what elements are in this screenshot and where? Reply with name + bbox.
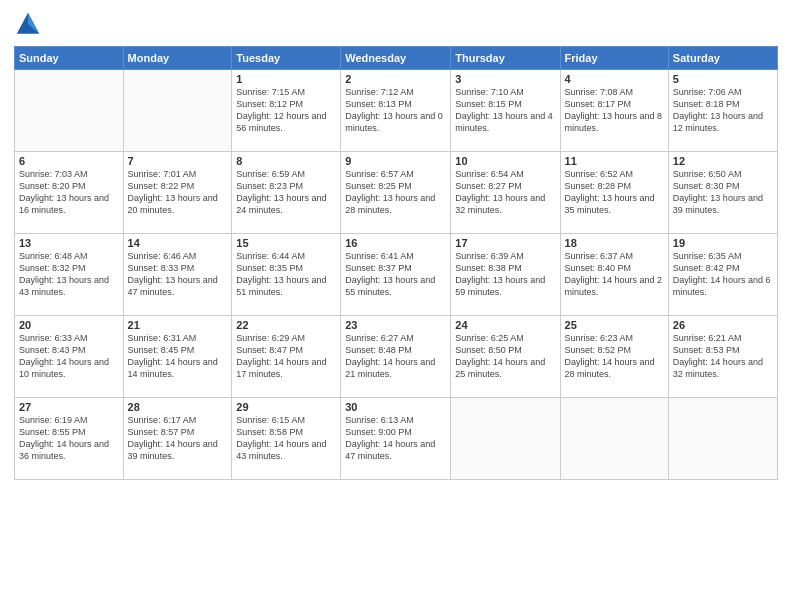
calendar-cell: 11Sunrise: 6:52 AM Sunset: 8:28 PM Dayli…	[560, 152, 668, 234]
calendar-cell: 2Sunrise: 7:12 AM Sunset: 8:13 PM Daylig…	[341, 70, 451, 152]
calendar-table: SundayMondayTuesdayWednesdayThursdayFrid…	[14, 46, 778, 480]
day-info: Sunrise: 6:39 AM Sunset: 8:38 PM Dayligh…	[455, 250, 555, 299]
day-info: Sunrise: 7:15 AM Sunset: 8:12 PM Dayligh…	[236, 86, 336, 135]
calendar-cell: 3Sunrise: 7:10 AM Sunset: 8:15 PM Daylig…	[451, 70, 560, 152]
col-header-friday: Friday	[560, 47, 668, 70]
day-number: 1	[236, 73, 336, 85]
day-number: 29	[236, 401, 336, 413]
day-info: Sunrise: 6:29 AM Sunset: 8:47 PM Dayligh…	[236, 332, 336, 381]
day-number: 21	[128, 319, 228, 331]
calendar-cell: 21Sunrise: 6:31 AM Sunset: 8:45 PM Dayli…	[123, 316, 232, 398]
day-number: 23	[345, 319, 446, 331]
calendar-cell: 29Sunrise: 6:15 AM Sunset: 8:58 PM Dayli…	[232, 398, 341, 480]
calendar-week-1: 1Sunrise: 7:15 AM Sunset: 8:12 PM Daylig…	[15, 70, 778, 152]
day-number: 28	[128, 401, 228, 413]
day-number: 24	[455, 319, 555, 331]
col-header-sunday: Sunday	[15, 47, 124, 70]
col-header-thursday: Thursday	[451, 47, 560, 70]
day-info: Sunrise: 6:59 AM Sunset: 8:23 PM Dayligh…	[236, 168, 336, 217]
day-info: Sunrise: 6:23 AM Sunset: 8:52 PM Dayligh…	[565, 332, 664, 381]
day-number: 11	[565, 155, 664, 167]
col-header-tuesday: Tuesday	[232, 47, 341, 70]
calendar-cell: 6Sunrise: 7:03 AM Sunset: 8:20 PM Daylig…	[15, 152, 124, 234]
day-number: 9	[345, 155, 446, 167]
calendar-cell: 13Sunrise: 6:48 AM Sunset: 8:32 PM Dayli…	[15, 234, 124, 316]
day-info: Sunrise: 6:44 AM Sunset: 8:35 PM Dayligh…	[236, 250, 336, 299]
calendar-cell: 4Sunrise: 7:08 AM Sunset: 8:17 PM Daylig…	[560, 70, 668, 152]
calendar-header-row: SundayMondayTuesdayWednesdayThursdayFrid…	[15, 47, 778, 70]
day-number: 10	[455, 155, 555, 167]
calendar-cell: 30Sunrise: 6:13 AM Sunset: 9:00 PM Dayli…	[341, 398, 451, 480]
day-info: Sunrise: 6:46 AM Sunset: 8:33 PM Dayligh…	[128, 250, 228, 299]
day-number: 3	[455, 73, 555, 85]
calendar-week-5: 27Sunrise: 6:19 AM Sunset: 8:55 PM Dayli…	[15, 398, 778, 480]
calendar-cell: 17Sunrise: 6:39 AM Sunset: 8:38 PM Dayli…	[451, 234, 560, 316]
calendar-cell: 9Sunrise: 6:57 AM Sunset: 8:25 PM Daylig…	[341, 152, 451, 234]
calendar-cell	[451, 398, 560, 480]
day-number: 4	[565, 73, 664, 85]
header	[14, 10, 778, 38]
calendar-cell: 20Sunrise: 6:33 AM Sunset: 8:43 PM Dayli…	[15, 316, 124, 398]
day-number: 6	[19, 155, 119, 167]
day-number: 26	[673, 319, 773, 331]
calendar-cell: 15Sunrise: 6:44 AM Sunset: 8:35 PM Dayli…	[232, 234, 341, 316]
day-info: Sunrise: 6:25 AM Sunset: 8:50 PM Dayligh…	[455, 332, 555, 381]
day-number: 7	[128, 155, 228, 167]
col-header-wednesday: Wednesday	[341, 47, 451, 70]
day-number: 30	[345, 401, 446, 413]
calendar-cell: 25Sunrise: 6:23 AM Sunset: 8:52 PM Dayli…	[560, 316, 668, 398]
calendar-cell	[123, 70, 232, 152]
calendar-cell	[15, 70, 124, 152]
day-number: 16	[345, 237, 446, 249]
day-number: 15	[236, 237, 336, 249]
day-number: 14	[128, 237, 228, 249]
day-number: 18	[565, 237, 664, 249]
calendar-cell	[668, 398, 777, 480]
calendar-cell: 19Sunrise: 6:35 AM Sunset: 8:42 PM Dayli…	[668, 234, 777, 316]
calendar-cell: 28Sunrise: 6:17 AM Sunset: 8:57 PM Dayli…	[123, 398, 232, 480]
day-info: Sunrise: 6:37 AM Sunset: 8:40 PM Dayligh…	[565, 250, 664, 299]
col-header-monday: Monday	[123, 47, 232, 70]
day-number: 27	[19, 401, 119, 413]
calendar-cell: 16Sunrise: 6:41 AM Sunset: 8:37 PM Dayli…	[341, 234, 451, 316]
calendar-cell: 10Sunrise: 6:54 AM Sunset: 8:27 PM Dayli…	[451, 152, 560, 234]
calendar-cell: 24Sunrise: 6:25 AM Sunset: 8:50 PM Dayli…	[451, 316, 560, 398]
day-number: 8	[236, 155, 336, 167]
day-info: Sunrise: 6:31 AM Sunset: 8:45 PM Dayligh…	[128, 332, 228, 381]
day-info: Sunrise: 7:10 AM Sunset: 8:15 PM Dayligh…	[455, 86, 555, 135]
day-info: Sunrise: 6:15 AM Sunset: 8:58 PM Dayligh…	[236, 414, 336, 463]
day-info: Sunrise: 6:48 AM Sunset: 8:32 PM Dayligh…	[19, 250, 119, 299]
calendar-cell: 8Sunrise: 6:59 AM Sunset: 8:23 PM Daylig…	[232, 152, 341, 234]
day-info: Sunrise: 7:01 AM Sunset: 8:22 PM Dayligh…	[128, 168, 228, 217]
calendar-cell	[560, 398, 668, 480]
day-info: Sunrise: 6:13 AM Sunset: 9:00 PM Dayligh…	[345, 414, 446, 463]
day-number: 19	[673, 237, 773, 249]
calendar-cell: 23Sunrise: 6:27 AM Sunset: 8:48 PM Dayli…	[341, 316, 451, 398]
calendar-cell: 18Sunrise: 6:37 AM Sunset: 8:40 PM Dayli…	[560, 234, 668, 316]
day-number: 22	[236, 319, 336, 331]
page: SundayMondayTuesdayWednesdayThursdayFrid…	[0, 0, 792, 612]
day-number: 2	[345, 73, 446, 85]
day-info: Sunrise: 6:57 AM Sunset: 8:25 PM Dayligh…	[345, 168, 446, 217]
calendar-cell: 27Sunrise: 6:19 AM Sunset: 8:55 PM Dayli…	[15, 398, 124, 480]
day-info: Sunrise: 6:19 AM Sunset: 8:55 PM Dayligh…	[19, 414, 119, 463]
day-number: 13	[19, 237, 119, 249]
day-info: Sunrise: 6:35 AM Sunset: 8:42 PM Dayligh…	[673, 250, 773, 299]
calendar-cell: 14Sunrise: 6:46 AM Sunset: 8:33 PM Dayli…	[123, 234, 232, 316]
day-number: 5	[673, 73, 773, 85]
logo	[14, 10, 46, 38]
calendar-cell: 12Sunrise: 6:50 AM Sunset: 8:30 PM Dayli…	[668, 152, 777, 234]
day-number: 12	[673, 155, 773, 167]
calendar-week-2: 6Sunrise: 7:03 AM Sunset: 8:20 PM Daylig…	[15, 152, 778, 234]
day-info: Sunrise: 7:03 AM Sunset: 8:20 PM Dayligh…	[19, 168, 119, 217]
day-number: 20	[19, 319, 119, 331]
day-info: Sunrise: 7:08 AM Sunset: 8:17 PM Dayligh…	[565, 86, 664, 135]
day-number: 25	[565, 319, 664, 331]
day-info: Sunrise: 6:50 AM Sunset: 8:30 PM Dayligh…	[673, 168, 773, 217]
calendar-cell: 22Sunrise: 6:29 AM Sunset: 8:47 PM Dayli…	[232, 316, 341, 398]
calendar-week-4: 20Sunrise: 6:33 AM Sunset: 8:43 PM Dayli…	[15, 316, 778, 398]
day-info: Sunrise: 6:21 AM Sunset: 8:53 PM Dayligh…	[673, 332, 773, 381]
calendar-cell: 7Sunrise: 7:01 AM Sunset: 8:22 PM Daylig…	[123, 152, 232, 234]
calendar-week-3: 13Sunrise: 6:48 AM Sunset: 8:32 PM Dayli…	[15, 234, 778, 316]
day-info: Sunrise: 6:27 AM Sunset: 8:48 PM Dayligh…	[345, 332, 446, 381]
